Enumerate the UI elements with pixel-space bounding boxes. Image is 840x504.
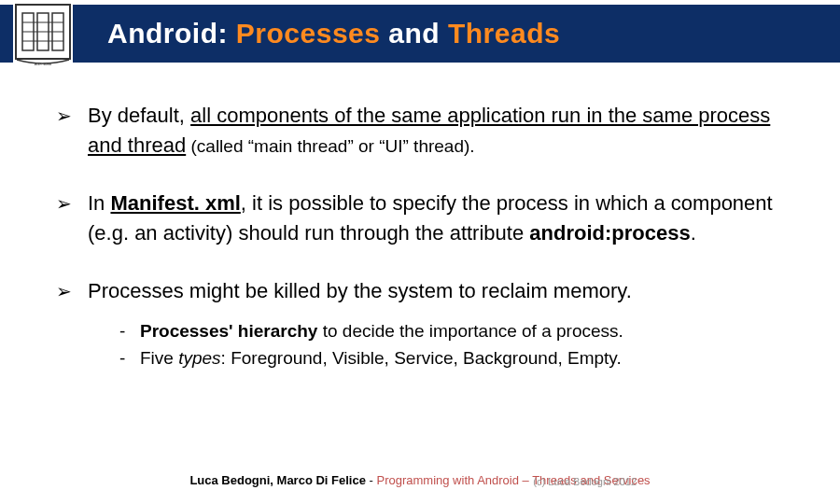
title-highlight-2: Threads <box>448 18 560 49</box>
text-bold: android:process <box>529 221 690 245</box>
text-bold: Processes' hierarchy <box>140 321 317 341</box>
title-text-mid: and <box>380 18 448 49</box>
bullet-item-2: ➢ In Manifest. xml, it is possible to sp… <box>56 189 803 248</box>
footer-separator: - <box>366 473 377 487</box>
bullet-item-3: ➢ Processes might be killed by the syste… <box>56 276 803 372</box>
text: to decide the importance of a process. <box>317 321 623 341</box>
sub-bullet-2: - Five types: Foreground, Visible, Servi… <box>119 345 803 372</box>
text-bold-underlined: Manifest. xml <box>110 191 240 215</box>
bullet-text: Processes might be killed by the system … <box>88 276 803 372</box>
text: : Foreground, Visible, Service, Backgrou… <box>221 348 622 368</box>
svg-text:A.D. 1088: A.D. 1088 <box>35 62 52 66</box>
title-highlight-1: Processes <box>236 18 381 49</box>
text-italic: types <box>178 348 220 368</box>
bullet-arrow-icon: ➢ <box>56 276 88 372</box>
title-bar: Android: Processes and Threads <box>0 5 840 63</box>
text-small: (called “main thread” or “UI” thread). <box>186 136 474 156</box>
dash-icon: - <box>119 318 140 345</box>
bullet-text: By default, all components of the same a… <box>88 101 803 161</box>
bullet-arrow-icon: ➢ <box>56 101 88 161</box>
text: . <box>691 221 696 245</box>
sub-bullet-1: - Processes' hierarchy to decide the imp… <box>119 318 803 345</box>
slide-footer: Luca Bedogni, Marco Di Felice - Programm… <box>0 473 840 487</box>
text: Five <box>140 348 178 368</box>
university-seal-logo: A.D. 1088 <box>13 2 73 69</box>
dash-icon: - <box>119 345 140 372</box>
text: By default, <box>88 104 190 127</box>
footer-authors: Luca Bedogni, Marco Di Felice <box>189 473 366 487</box>
bullet-item-1: ➢ By default, all components of the same… <box>56 101 803 161</box>
bullet-text: In Manifest. xml, it is possible to spec… <box>88 189 803 248</box>
title-text-prefix: Android: <box>107 18 236 49</box>
footer-copyright-overlay: (c) Luca Bedogni 2012 <box>533 476 637 487</box>
bullet-arrow-icon: ➢ <box>56 189 88 248</box>
slide-title: Android: Processes and Threads <box>107 18 560 49</box>
text: In <box>88 191 110 215</box>
seal-icon: A.D. 1088 <box>15 4 71 67</box>
text: Processes might be killed by the system … <box>88 279 632 302</box>
slide-body: ➢ By default, all components of the same… <box>56 101 803 371</box>
sub-bullets: - Processes' hierarchy to decide the imp… <box>119 318 803 371</box>
